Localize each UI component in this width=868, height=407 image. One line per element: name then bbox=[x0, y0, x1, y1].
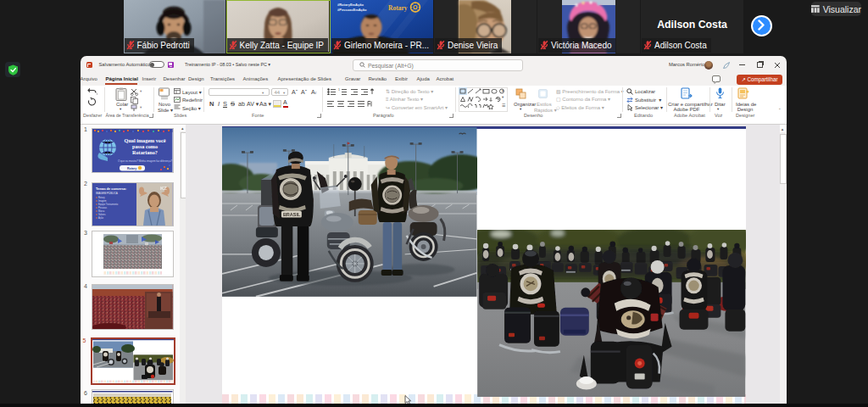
svg-text:Rotary: Rotary bbox=[388, 4, 408, 12]
svg-text:Temas de conversa:: Temas de conversa: bbox=[96, 187, 126, 191]
svg-text:Rotariano?: Rotariano? bbox=[132, 149, 158, 155]
svg-text:Pessoas: Pessoas bbox=[98, 206, 108, 209]
svg-text:KZ: KZ bbox=[160, 186, 167, 191]
svg-text:#RotaryEmAção: #RotaryEmAção bbox=[337, 3, 364, 7]
svg-text:Marca: Marca bbox=[98, 209, 105, 213]
svg-text:Valores: Valores bbox=[98, 213, 106, 216]
svg-text:Rotary: Rotary bbox=[127, 167, 136, 170]
svg-text:BRASIL: BRASIL bbox=[283, 212, 301, 217]
svg-text:Imagem: Imagem bbox=[98, 199, 106, 203]
svg-text:Equipe Treinamento: Equipe Treinamento bbox=[98, 203, 119, 206]
svg-text:#PessoasEmAção: #PessoasEmAção bbox=[337, 8, 367, 12]
svg-text:IMAGEM PÚBLICA: IMAGEM PÚBLICA bbox=[96, 191, 118, 195]
svg-text:Qual imagem você: Qual imagem você bbox=[125, 137, 166, 143]
svg-text:Rotary: Rotary bbox=[98, 196, 105, 199]
svg-text:1: 1 bbox=[338, 88, 340, 92]
svg-text:passa como: passa como bbox=[132, 143, 158, 149]
svg-text:Ação: Ação bbox=[98, 216, 103, 220]
svg-text:O que eu mostro? Minha imagem: O que eu mostro? Minha imagem faz difere… bbox=[118, 159, 173, 163]
